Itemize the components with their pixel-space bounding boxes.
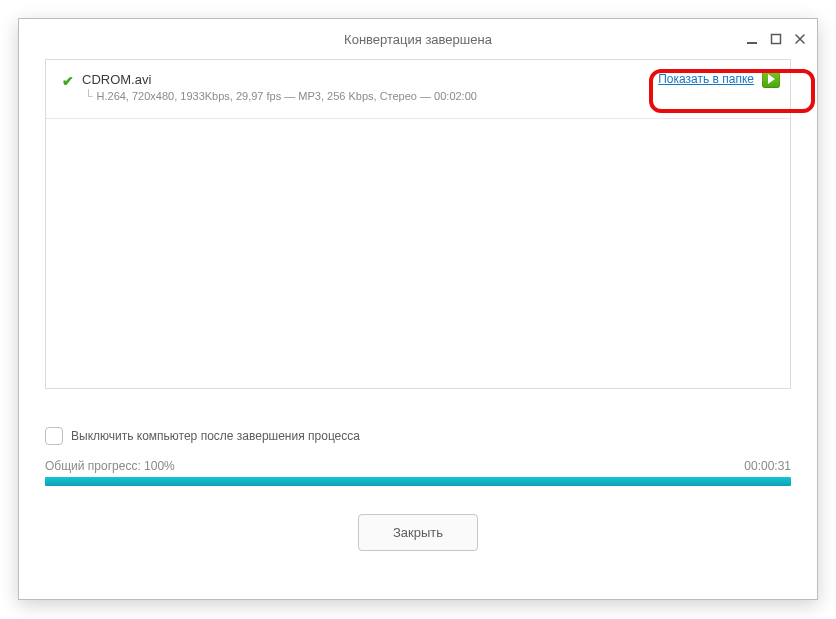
file-row: ✔ CDROM.avi └ H.264, 720x480, 1933Kbps, …: [46, 60, 790, 119]
elapsed-time: 00:00:31: [744, 459, 791, 473]
window-controls: [745, 19, 807, 59]
svg-rect-1: [772, 35, 781, 44]
file-details: H.264, 720x480, 1933Kbps, 29,97 fps — MP…: [97, 90, 477, 102]
progress-labels: Общий прогресс: 100% 00:00:31: [45, 459, 791, 473]
progress-bar: [45, 477, 791, 486]
svg-rect-0: [747, 42, 757, 44]
shutdown-row: Выключить компьютер после завершения про…: [45, 427, 791, 445]
tree-elbow-icon: └: [84, 90, 93, 102]
maximize-icon[interactable]: [769, 32, 783, 46]
show-in-folder-link[interactable]: Показать в папке: [658, 72, 754, 86]
file-row-actions: Показать в папке: [658, 70, 780, 88]
minimize-icon[interactable]: [745, 32, 759, 46]
play-button[interactable]: [762, 70, 780, 88]
shutdown-label: Выключить компьютер после завершения про…: [71, 429, 360, 443]
close-button[interactable]: Закрыть: [358, 514, 478, 551]
dialog-footer: Выключить компьютер после завершения про…: [45, 409, 791, 551]
file-list: ✔ CDROM.avi └ H.264, 720x480, 1933Kbps, …: [45, 59, 791, 389]
conversion-complete-dialog: Конвертация завершена ✔ CDROM.avi: [18, 18, 818, 600]
overall-progress-label: Общий прогресс: 100%: [45, 459, 175, 473]
success-check-icon: ✔: [62, 73, 74, 89]
close-icon[interactable]: [793, 32, 807, 46]
progress-fill: [45, 477, 791, 486]
window-title: Конвертация завершена: [344, 32, 492, 47]
titlebar: Конвертация завершена: [19, 19, 817, 59]
shutdown-checkbox[interactable]: [45, 427, 63, 445]
